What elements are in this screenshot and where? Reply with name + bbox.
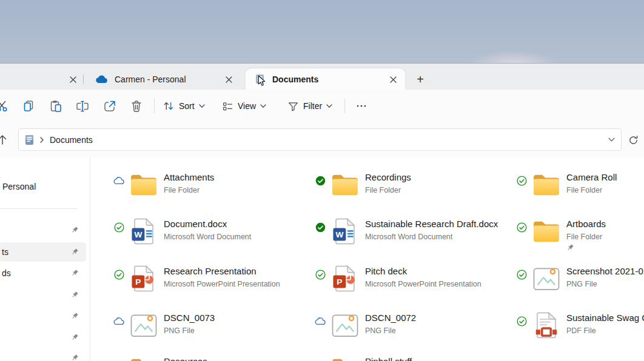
filter-label: Filter (303, 101, 322, 111)
synced-outline-status-icon (113, 222, 125, 233)
rename-button[interactable] (74, 98, 91, 114)
breadcrumb-location[interactable]: Documents (50, 135, 93, 145)
screen: Carmen - Personal Documents (0, 0, 644, 361)
cut-button[interactable] (0, 98, 10, 114)
toolbar-divider (344, 99, 345, 113)
cloud-status-icon (314, 316, 326, 326)
file-type: Microsoft Word Document (365, 233, 517, 241)
file-type: PNG File (164, 326, 315, 335)
folder-icon (532, 217, 561, 246)
file-name: Research Presentation (164, 266, 315, 276)
file-type: Microsoft Word Document (164, 233, 315, 241)
file-tile-screenshot-2021-01[interactable]: Screenshot 2021-01PNG File (515, 263, 644, 306)
powerpoint-icon: P (330, 264, 360, 293)
word-icon: W (330, 217, 360, 246)
refresh-button[interactable] (624, 131, 642, 149)
file-tile-dscn-0073[interactable]: DSCN_0073PNG File (113, 310, 313, 353)
synced-outline-status-icon (515, 175, 528, 186)
file-type: PNG File (365, 326, 517, 335)
chevron-down-icon (260, 104, 266, 108)
file-name: Document.docx (164, 219, 315, 229)
tab-divider (83, 75, 84, 84)
file-name: DSCN_0073 (164, 313, 315, 323)
tab-label: Carmen - Personal (115, 75, 221, 84)
view-dropdown[interactable]: View (222, 98, 266, 114)
delete-button[interactable] (128, 98, 145, 114)
file-tile-artboards[interactable]: ArtboardsFile Folder (515, 216, 644, 259)
file-explorer-window: Carmen - Personal Documents (0, 63, 644, 361)
file-tile-document-docx[interactable]: WDocument.docxMicrosoft Word Document (113, 216, 313, 259)
address-bar: Documents (0, 122, 644, 158)
png-icon (532, 264, 561, 293)
file-name: Artboards (566, 219, 644, 229)
file-type: Microsoft PowerPoint Presentation (365, 280, 517, 288)
file-type: Microsoft PowerPoint Presentation (164, 280, 315, 288)
synced-outline-status-icon (515, 316, 528, 326)
file-type: File Folder (365, 186, 517, 194)
svg-text:W: W (134, 230, 142, 239)
file-tile-recordings[interactable]: RecordingsFile Folder (314, 169, 514, 213)
png-icon (330, 311, 360, 340)
sort-label: Sort (179, 101, 195, 111)
file-tile-research-presentation[interactable]: PResearch PresentationMicrosoft PowerPoi… (113, 263, 313, 306)
file-type: PDF File (566, 326, 644, 335)
file-tile-sustainable-research-draft-docx[interactable]: WSustainable Research Draft.docxMicrosof… (314, 216, 514, 259)
word-icon: W (129, 217, 158, 246)
file-type: File Folder (164, 186, 315, 194)
copy-button[interactable] (20, 98, 37, 114)
folder-icon (330, 354, 360, 361)
cloud-status-icon (113, 175, 125, 186)
file-name: Resources (164, 356, 315, 361)
svg-text:P: P (135, 277, 141, 286)
file-type: PNG File (566, 280, 644, 288)
file-name: Pinball stuff (365, 356, 517, 361)
tab-bar: Carmen - Personal Documents (0, 63, 644, 90)
folder-icon (129, 170, 158, 199)
file-name: Pitch deck (365, 266, 517, 276)
filter-dropdown[interactable]: Filter (287, 98, 332, 114)
file-tile-resources[interactable]: ResourcesFile Folder (113, 353, 313, 361)
file-tile-pitch-deck[interactable]: PPitch deckMicrosoft PowerPoint Presenta… (314, 263, 514, 306)
file-tile-pinball-stuff[interactable]: Pinball stuffFile Folder (314, 353, 514, 361)
pdf-icon (532, 311, 561, 340)
file-type: File Folder (566, 233, 644, 241)
file-tile-attachments[interactable]: AttachmentsFile Folder (113, 169, 313, 213)
close-icon[interactable] (221, 72, 236, 87)
powerpoint-icon: P (129, 264, 158, 293)
png-icon (129, 311, 158, 340)
command-bar: Sort View Filter (0, 90, 644, 122)
filter-funnel-icon (287, 101, 299, 112)
mouse-cursor-icon (257, 75, 266, 87)
file-tile-sustainable-swag-c[interactable]: Sustainable Swag CPDF File (515, 310, 644, 353)
more-options-button[interactable] (353, 98, 370, 114)
paste-button[interactable] (47, 98, 64, 114)
file-name: Recordings (365, 172, 517, 182)
address-input[interactable]: Documents (18, 128, 622, 151)
navigate-up-button[interactable] (0, 132, 12, 148)
address-dropdown-chevron[interactable] (608, 137, 615, 142)
svg-text:W: W (335, 230, 343, 239)
tab-carmen-personal[interactable]: Carmen - Personal (84, 68, 241, 90)
toolbar-divider (154, 99, 155, 113)
file-tile-dscn-0072[interactable]: DSCN_0072PNG File (314, 310, 514, 353)
tab-label: Documents (272, 75, 386, 84)
synced-solid-status-icon (314, 222, 326, 233)
close-icon[interactable] (386, 72, 400, 87)
pin-icon (566, 243, 644, 251)
file-name: Sustainable Swag C (566, 313, 644, 323)
close-icon[interactable] (65, 72, 80, 87)
new-tab-button[interactable]: + (412, 71, 428, 87)
chevron-down-icon (326, 104, 332, 108)
sort-dropdown[interactable]: Sort (163, 98, 205, 114)
tab-clipped-left[interactable] (0, 68, 83, 90)
svg-text:P: P (337, 277, 342, 286)
file-name: Screenshot 2021-01 (566, 266, 644, 276)
file-type: File Folder (566, 186, 644, 194)
share-button[interactable] (101, 98, 118, 114)
tab-documents[interactable]: Documents (246, 68, 405, 90)
chevron-down-icon (199, 104, 205, 108)
file-tile-camera-roll[interactable]: Camera RollFile Folder (515, 169, 644, 213)
folder-icon (532, 170, 561, 199)
synced-outline-status-icon (515, 222, 528, 233)
view-label: View (238, 101, 256, 111)
